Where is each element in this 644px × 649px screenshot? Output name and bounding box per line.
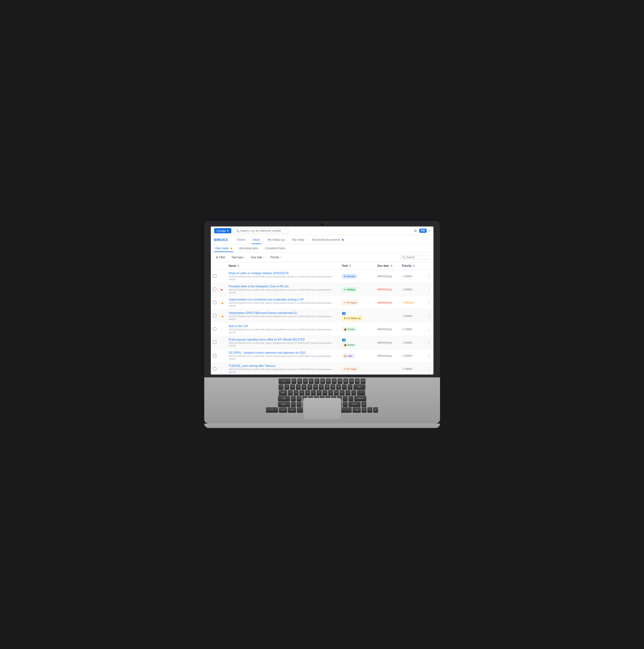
col-task[interactable]: Task ⇅ [340, 262, 375, 270]
global-search-bar[interactable]: 🔍 [233, 228, 289, 233]
search-icon: 🔍 [236, 229, 239, 232]
task-ref: #EP(2023)0000 from SURNAME Name (Departm… [229, 355, 337, 360]
task-name[interactable]: Reply to Letter on strategic initiative … [229, 272, 337, 275]
task-name[interactable]: Implementation of a centralised and sust… [229, 298, 337, 301]
row-checkbox-cell [211, 349, 218, 362]
col-priority[interactable]: Priority ⇅ [400, 262, 425, 270]
tab-my-follow-up[interactable]: My follow-up [267, 236, 286, 244]
task-type-cell: 👁 Review [340, 270, 375, 283]
more-button[interactable]: ⋮ [427, 340, 431, 345]
task-name[interactable]: Draft proposal regarding extra coffee fo… [229, 338, 337, 341]
key-p: P [340, 390, 345, 395]
name-sort-icon[interactable]: ⇅ [238, 265, 240, 267]
row-checkbox-cell [211, 362, 218, 375]
row-checkbox[interactable] [213, 354, 216, 357]
tab-home[interactable]: Home [236, 236, 246, 244]
tab-my-entity[interactable]: My entity [291, 236, 305, 244]
more-button[interactable]: ⋮ [427, 327, 431, 332]
global-search-input[interactable] [241, 229, 284, 232]
key-0: 0 [336, 384, 341, 389]
key-rbracket: ] [351, 390, 356, 395]
top-bar-left: Create ▾ 🔍 [214, 228, 289, 233]
task-name-cell: Interpretation EPRS-FMA event Greece mem… [226, 309, 339, 323]
more-cell: ⋮ [425, 349, 433, 362]
subtab-open-tasks[interactable]: Open tasks [214, 245, 233, 252]
due-date: dd/mm/yyyy [378, 354, 392, 357]
bottom-chassis [204, 424, 440, 428]
due-date-sort-icon[interactable]: ⇅ [390, 265, 393, 267]
priority-select[interactable]: ∨ Select [402, 288, 423, 291]
priority-select[interactable]: ∨ Select [402, 314, 423, 317]
more-cell: ⋮ [425, 336, 433, 349]
trackpad[interactable] [303, 398, 341, 420]
task-sort-icon[interactable]: ⇅ [349, 265, 351, 267]
user-dropdown-icon[interactable]: ▾ [429, 229, 430, 232]
key-enter: return [354, 396, 366, 401]
priority-select[interactable]: ∨ Medium [402, 301, 423, 304]
priority-select[interactable]: ∨ Select [402, 275, 423, 278]
priority-sort-icon[interactable]: ⇅ [413, 265, 415, 267]
sub-tabs: Open tasks Upcoming tasks Completed task… [211, 245, 433, 253]
due-date: dd/mm/yyyy [378, 341, 392, 344]
key-equals: = [348, 384, 352, 389]
task-type-caret-icon: ▾ [244, 256, 245, 259]
priority-indicator-cell [218, 336, 227, 349]
key-quote: ' [348, 396, 353, 401]
more-button[interactable]: ⋮ [427, 274, 431, 278]
priority-indicator-cell [218, 349, 227, 362]
more-button[interactable]: ⋮ [427, 287, 431, 292]
delegation-icon: 👥 [342, 311, 346, 315]
task-badge: ✍ Sign [342, 354, 354, 358]
priority-select[interactable]: ∨ Select [402, 354, 423, 357]
key-semicolon: ; [343, 396, 348, 401]
task-type-filter[interactable]: Task type ▾ [230, 255, 247, 260]
more-button[interactable]: ⋮ [427, 353, 431, 358]
key-tab: tab [279, 390, 287, 395]
subtab-upcoming-tasks[interactable]: Upcoming tasks [238, 245, 259, 252]
due-date-filter[interactable]: Due date ▾ [250, 255, 266, 260]
subtab-completed-tasks[interactable]: Completed tasks [264, 245, 286, 252]
task-name[interactable]: DG EPRS - Updated mission statement and … [229, 351, 337, 354]
col-due-date[interactable]: Due date ⇅ [375, 262, 400, 270]
task-ref: #EP(2023)0000 from SURNAME Name (Departm… [229, 368, 337, 374]
create-button[interactable]: Create ▾ [214, 228, 231, 233]
key-f10: F10 [343, 378, 348, 383]
row-checkbox[interactable] [213, 328, 216, 331]
task-name[interactable]: Note to the CoP [229, 324, 337, 328]
table-search[interactable]: 🔍 [400, 255, 430, 260]
more-button[interactable]: ⋮ [427, 313, 431, 318]
row-checkbox[interactable] [213, 301, 216, 304]
priority-filter[interactable]: Priority ▾ [269, 255, 283, 260]
filter-button[interactable]: ⚙ Filter [214, 255, 227, 260]
key-e: E [299, 390, 304, 395]
table-search-input[interactable] [406, 256, 428, 259]
col-name[interactable]: Name ⇅ [226, 262, 339, 270]
top-bar: Create ▾ 🔍 ⚙ PM ▾ [211, 226, 433, 235]
app-container: Create ▾ 🔍 ⚙ PM ▾ [211, 226, 433, 375]
key-7: 7 [319, 384, 324, 389]
key-w: W [294, 390, 299, 395]
task-name[interactable]: TUDOSE_room naming after Titeluscu [229, 364, 337, 367]
screen-notch [320, 223, 324, 226]
row-checkbox[interactable] [213, 288, 216, 291]
task-name[interactable]: Interpretation EPRS-FMA event Greece mem… [229, 311, 337, 314]
row-checkbox[interactable] [213, 367, 216, 371]
row-checkbox[interactable] [213, 314, 216, 317]
priority-cell: ∨ Select [400, 349, 425, 362]
priority-select[interactable]: ∨ Select [402, 367, 423, 371]
tab-inbox[interactable]: Inbox [252, 236, 261, 244]
key-s: S [297, 396, 302, 401]
tab-received-documents[interactable]: Received documents [311, 236, 345, 244]
key-cmd: cmd [352, 407, 361, 412]
priority-select[interactable]: ∨ Select [402, 328, 423, 331]
key-alt: alt [288, 407, 296, 412]
priority-select[interactable]: ∨ Select [402, 341, 423, 344]
more-button[interactable]: ⋮ [427, 366, 431, 371]
more-button[interactable]: ⋮ [427, 300, 431, 305]
settings-icon[interactable]: ⚙ [414, 229, 417, 233]
task-ref: #EP(2023)0000 from SURNAME Name (Departm… [229, 328, 337, 334]
row-checkbox[interactable] [213, 341, 216, 344]
task-name[interactable]: President letter to the Delegation Chari… [229, 285, 337, 288]
row-checkbox[interactable] [213, 274, 216, 278]
key-f9: F9 [338, 378, 342, 383]
